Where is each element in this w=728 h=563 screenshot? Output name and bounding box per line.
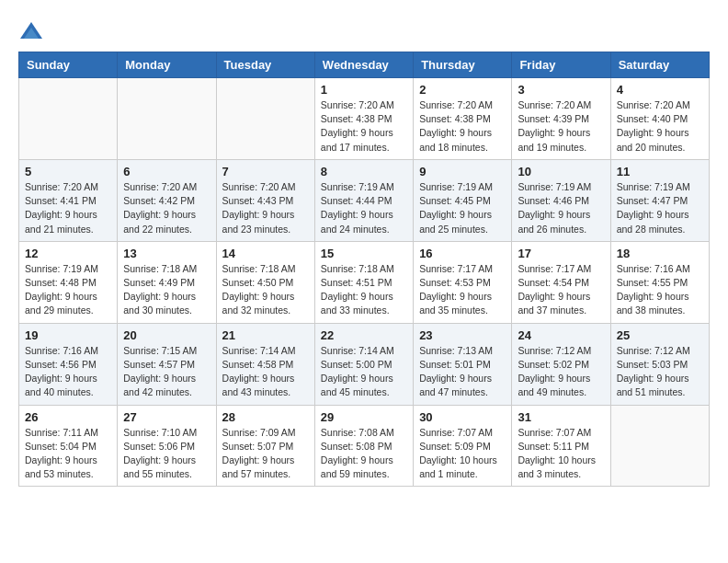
day-info: Sunrise: 7:20 AM Sunset: 4:43 PM Dayligh…: [222, 180, 309, 236]
day-info: Sunrise: 7:09 AM Sunset: 5:07 PM Dayligh…: [222, 426, 309, 482]
page: SundayMondayTuesdayWednesdayThursdayFrid…: [0, 0, 728, 501]
day-number: 11: [617, 165, 703, 178]
calendar-day-23: 23Sunrise: 7:13 AM Sunset: 5:01 PM Dayli…: [414, 323, 512, 405]
calendar-week-row: 12Sunrise: 7:19 AM Sunset: 4:48 PM Dayli…: [19, 241, 710, 323]
weekday-header-sunday: Sunday: [19, 52, 118, 78]
day-info: Sunrise: 7:16 AM Sunset: 4:55 PM Dayligh…: [617, 262, 703, 318]
header: [18, 15, 710, 44]
calendar-table: SundayMondayTuesdayWednesdayThursdayFrid…: [18, 52, 710, 487]
day-info: Sunrise: 7:15 AM Sunset: 4:57 PM Dayligh…: [123, 344, 210, 400]
calendar-day-31: 31Sunrise: 7:07 AM Sunset: 5:11 PM Dayli…: [512, 405, 610, 487]
day-info: Sunrise: 7:20 AM Sunset: 4:38 PM Dayligh…: [419, 98, 506, 155]
day-info: Sunrise: 7:12 AM Sunset: 5:03 PM Dayligh…: [617, 344, 703, 400]
calendar-day-25: 25Sunrise: 7:12 AM Sunset: 5:03 PM Dayli…: [610, 323, 709, 405]
day-number: 25: [617, 328, 703, 342]
weekday-header-saturday: Saturday: [610, 52, 709, 78]
calendar-day-6: 6Sunrise: 7:20 AM Sunset: 4:42 PM Daylig…: [118, 159, 216, 241]
calendar-week-row: 1Sunrise: 7:20 AM Sunset: 4:38 PM Daylig…: [19, 78, 710, 160]
calendar-day-empty: [19, 78, 118, 160]
calendar-day-30: 30Sunrise: 7:07 AM Sunset: 5:09 PM Dayli…: [414, 405, 512, 487]
day-info: Sunrise: 7:16 AM Sunset: 4:56 PM Dayligh…: [25, 344, 111, 400]
day-number: 12: [25, 247, 111, 260]
weekday-header-thursday: Thursday: [414, 52, 512, 78]
calendar-day-10: 10Sunrise: 7:19 AM Sunset: 4:46 PM Dayli…: [512, 159, 610, 241]
day-info: Sunrise: 7:20 AM Sunset: 4:39 PM Dayligh…: [518, 98, 604, 155]
weekday-header-row: SundayMondayTuesdayWednesdayThursdayFrid…: [19, 52, 710, 78]
calendar-day-4: 4Sunrise: 7:20 AM Sunset: 4:40 PM Daylig…: [610, 78, 709, 160]
calendar-day-11: 11Sunrise: 7:19 AM Sunset: 4:47 PM Dayli…: [610, 159, 709, 241]
calendar-day-27: 27Sunrise: 7:10 AM Sunset: 5:06 PM Dayli…: [118, 405, 216, 487]
logo: [18, 18, 48, 44]
day-number: 13: [123, 247, 210, 260]
calendar-day-9: 9Sunrise: 7:19 AM Sunset: 4:45 PM Daylig…: [414, 159, 512, 241]
day-info: Sunrise: 7:12 AM Sunset: 5:02 PM Dayligh…: [518, 344, 604, 400]
calendar-day-22: 22Sunrise: 7:14 AM Sunset: 5:00 PM Dayli…: [314, 323, 413, 405]
calendar-day-5: 5Sunrise: 7:20 AM Sunset: 4:41 PM Daylig…: [19, 159, 118, 241]
calendar-day-20: 20Sunrise: 7:15 AM Sunset: 4:57 PM Dayli…: [118, 323, 216, 405]
day-info: Sunrise: 7:14 AM Sunset: 4:58 PM Dayligh…: [222, 344, 309, 400]
logo-icon: [18, 18, 44, 44]
day-info: Sunrise: 7:20 AM Sunset: 4:38 PM Dayligh…: [321, 98, 407, 155]
day-info: Sunrise: 7:19 AM Sunset: 4:46 PM Dayligh…: [518, 180, 604, 236]
calendar-week-row: 19Sunrise: 7:16 AM Sunset: 4:56 PM Dayli…: [19, 323, 710, 405]
day-number: 3: [518, 83, 604, 97]
calendar-day-7: 7Sunrise: 7:20 AM Sunset: 4:43 PM Daylig…: [216, 159, 314, 241]
day-info: Sunrise: 7:18 AM Sunset: 4:49 PM Dayligh…: [123, 262, 210, 318]
day-number: 15: [321, 247, 407, 260]
day-info: Sunrise: 7:17 AM Sunset: 4:53 PM Dayligh…: [419, 262, 506, 318]
calendar-day-19: 19Sunrise: 7:16 AM Sunset: 4:56 PM Dayli…: [19, 323, 118, 405]
day-number: 27: [123, 410, 210, 424]
day-info: Sunrise: 7:18 AM Sunset: 4:51 PM Dayligh…: [321, 262, 407, 318]
calendar-day-24: 24Sunrise: 7:12 AM Sunset: 5:02 PM Dayli…: [512, 323, 610, 405]
day-info: Sunrise: 7:08 AM Sunset: 5:08 PM Dayligh…: [321, 426, 407, 482]
day-number: 2: [419, 83, 506, 97]
day-number: 8: [321, 165, 407, 178]
day-number: 16: [419, 247, 506, 260]
calendar-day-18: 18Sunrise: 7:16 AM Sunset: 4:55 PM Dayli…: [610, 241, 709, 323]
day-info: Sunrise: 7:19 AM Sunset: 4:45 PM Dayligh…: [419, 180, 506, 236]
calendar-day-empty: [610, 405, 709, 487]
day-number: 5: [25, 165, 111, 178]
day-info: Sunrise: 7:11 AM Sunset: 5:04 PM Dayligh…: [25, 426, 111, 482]
day-number: 30: [419, 410, 506, 424]
day-info: Sunrise: 7:20 AM Sunset: 4:41 PM Dayligh…: [25, 180, 111, 236]
day-info: Sunrise: 7:19 AM Sunset: 4:48 PM Dayligh…: [25, 262, 111, 318]
calendar-day-3: 3Sunrise: 7:20 AM Sunset: 4:39 PM Daylig…: [512, 78, 610, 160]
calendar-day-16: 16Sunrise: 7:17 AM Sunset: 4:53 PM Dayli…: [414, 241, 512, 323]
calendar-day-14: 14Sunrise: 7:18 AM Sunset: 4:50 PM Dayli…: [216, 241, 314, 323]
calendar-day-12: 12Sunrise: 7:19 AM Sunset: 4:48 PM Dayli…: [19, 241, 118, 323]
weekday-header-friday: Friday: [512, 52, 610, 78]
calendar-day-21: 21Sunrise: 7:14 AM Sunset: 4:58 PM Dayli…: [216, 323, 314, 405]
calendar-day-13: 13Sunrise: 7:18 AM Sunset: 4:49 PM Dayli…: [118, 241, 216, 323]
calendar-day-29: 29Sunrise: 7:08 AM Sunset: 5:08 PM Dayli…: [314, 405, 413, 487]
day-info: Sunrise: 7:07 AM Sunset: 5:11 PM Dayligh…: [518, 426, 604, 482]
calendar-day-8: 8Sunrise: 7:19 AM Sunset: 4:44 PM Daylig…: [314, 159, 413, 241]
day-info: Sunrise: 7:14 AM Sunset: 5:00 PM Dayligh…: [321, 344, 407, 400]
calendar-day-1: 1Sunrise: 7:20 AM Sunset: 4:38 PM Daylig…: [314, 78, 413, 160]
day-info: Sunrise: 7:19 AM Sunset: 4:44 PM Dayligh…: [321, 180, 407, 236]
weekday-header-wednesday: Wednesday: [314, 52, 413, 78]
weekday-header-monday: Monday: [118, 52, 216, 78]
day-number: 26: [25, 410, 111, 424]
day-number: 1: [321, 83, 407, 97]
day-number: 6: [123, 165, 210, 178]
calendar-day-26: 26Sunrise: 7:11 AM Sunset: 5:04 PM Dayli…: [19, 405, 118, 487]
calendar-day-2: 2Sunrise: 7:20 AM Sunset: 4:38 PM Daylig…: [414, 78, 512, 160]
day-number: 19: [25, 328, 111, 342]
day-number: 20: [123, 328, 210, 342]
weekday-header-tuesday: Tuesday: [216, 52, 314, 78]
calendar-day-28: 28Sunrise: 7:09 AM Sunset: 5:07 PM Dayli…: [216, 405, 314, 487]
day-number: 9: [419, 165, 506, 178]
day-number: 21: [222, 328, 309, 342]
calendar-day-15: 15Sunrise: 7:18 AM Sunset: 4:51 PM Dayli…: [314, 241, 413, 323]
day-info: Sunrise: 7:13 AM Sunset: 5:01 PM Dayligh…: [419, 344, 506, 400]
day-info: Sunrise: 7:17 AM Sunset: 4:54 PM Dayligh…: [518, 262, 604, 318]
calendar-day-empty: [216, 78, 314, 160]
calendar-week-row: 5Sunrise: 7:20 AM Sunset: 4:41 PM Daylig…: [19, 159, 710, 241]
day-number: 28: [222, 410, 309, 424]
day-number: 24: [518, 328, 604, 342]
day-number: 7: [222, 165, 309, 178]
calendar-day-17: 17Sunrise: 7:17 AM Sunset: 4:54 PM Dayli…: [512, 241, 610, 323]
day-number: 23: [419, 328, 506, 342]
day-number: 17: [518, 247, 604, 260]
